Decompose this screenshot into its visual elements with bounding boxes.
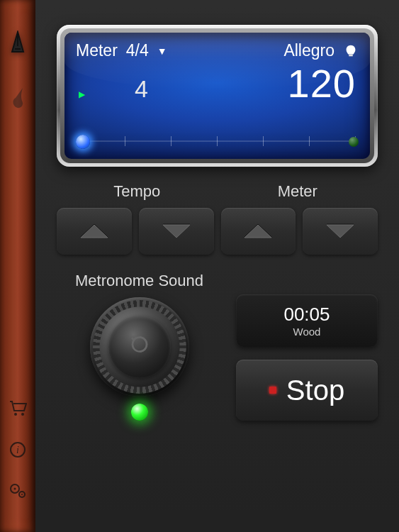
timer-display[interactable]: 00:05 Wood (236, 294, 378, 347)
meter-label: Meter (76, 41, 118, 60)
sound-label: Metronome Sound (75, 272, 203, 290)
svg-rect-8 (349, 54, 353, 56)
knob-led-indicator (131, 404, 148, 421)
timer-value: 00:05 (283, 304, 330, 326)
tempo-up-button[interactable] (57, 208, 132, 255)
lcd-bezel: Meter 4/4 ▼ Allegro ▶ 4 120 (57, 25, 378, 167)
settings-icon[interactable] (7, 477, 28, 505)
bpm-value[interactable]: 120 (288, 60, 356, 106)
record-indicator-icon (269, 387, 276, 394)
meter-value[interactable]: 4/4 (126, 41, 149, 60)
stop-button[interactable]: Stop (236, 360, 378, 421)
sound-name: Wood (293, 326, 321, 338)
beat-play-icon: ▶ (79, 89, 85, 99)
svg-point-5 (14, 488, 16, 490)
tempo-down-button[interactable] (139, 208, 214, 255)
svg-point-7 (21, 494, 23, 495)
beat-indicator-end (349, 137, 359, 147)
beat-count: 4 (135, 75, 148, 103)
stop-label: Stop (286, 375, 344, 406)
lcd-display[interactable]: Meter 4/4 ▼ Allegro ▶ 4 120 (64, 33, 370, 159)
main-panel: Meter 4/4 ▼ Allegro ▶ 4 120 (35, 0, 399, 532)
lightbulb-icon[interactable] (343, 43, 359, 59)
meter-section-label: Meter (218, 182, 378, 201)
tempo-name: Allegro (283, 41, 335, 60)
sound-knob[interactable] (90, 297, 189, 397)
meter-up-button[interactable] (221, 208, 296, 255)
sidebar: i (0, 0, 35, 532)
beat-track (79, 140, 356, 142)
cycle-icon (129, 334, 150, 360)
cart-icon[interactable] (7, 394, 28, 423)
info-icon[interactable]: i (7, 436, 28, 464)
metronome-icon[interactable] (7, 28, 28, 57)
meter-down-button[interactable] (303, 208, 378, 255)
tempo-section-label: Tempo (57, 182, 218, 201)
svg-point-0 (14, 413, 17, 416)
beat-indicator-downbeat (76, 135, 90, 149)
guitar-icon[interactable] (7, 85, 28, 113)
svg-text:i: i (16, 445, 19, 455)
svg-point-1 (21, 413, 24, 416)
meter-dropdown-icon[interactable]: ▼ (157, 45, 167, 57)
